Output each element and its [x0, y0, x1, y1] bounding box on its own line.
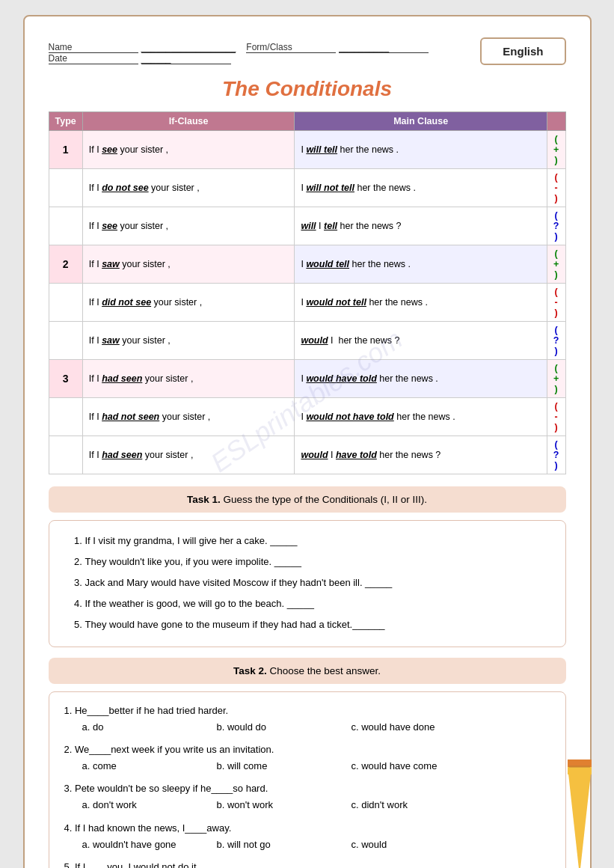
- table-type-cell: [49, 207, 82, 245]
- task1-desc: Guess the type of the Conditionals (I, I…: [221, 494, 427, 505]
- table-main-cell: I would not have told her the news .: [295, 398, 547, 436]
- table-main-cell: I will tell her the news .: [295, 131, 547, 169]
- table-if-cell: If I see your sister ,: [82, 207, 295, 245]
- task2-options: a. dob. would doc. would have done: [82, 719, 550, 736]
- table-sign-cell: ( ? ): [547, 436, 565, 474]
- task1-header: Task 1. Guess the type of the Conditiona…: [49, 486, 566, 513]
- task2-option: c. would: [351, 837, 486, 853]
- table-type-cell: [49, 284, 82, 322]
- table-sign-cell: ( + ): [547, 131, 565, 169]
- col-sign: [547, 112, 565, 131]
- pencil-decoration: [562, 760, 598, 868]
- table-sign-cell: ( - ): [547, 284, 565, 322]
- task1-item: They would have gone to the museum if th…: [85, 615, 544, 635]
- task2-header: Task 2. Choose the best answer.: [49, 658, 566, 684]
- table-type-cell: [49, 169, 82, 207]
- table-if-cell: If I do not see your sister ,: [82, 169, 295, 207]
- task2-option: b. will come: [217, 758, 351, 774]
- task2-option: b. would do: [217, 719, 351, 736]
- task2-option: a. don't work: [82, 797, 217, 813]
- svg-rect-5: [569, 765, 590, 768]
- table-sign-cell: ( + ): [547, 360, 565, 398]
- table-main-cell: would I her the news ?: [295, 322, 547, 360]
- task1-item: They wouldn't like you, if you were impo…: [85, 552, 544, 572]
- task2-question-text: 1. He____better if he had tried harder.: [64, 703, 550, 719]
- table-main-cell: I will not tell her the news .: [295, 169, 547, 207]
- task2-option: b. will not go: [217, 837, 351, 853]
- conditionals-table: Type If-Clause Main Clause 1If I see you…: [49, 111, 566, 474]
- task2-option: a. do: [82, 719, 217, 736]
- task2-options: a. comeb. will comec. would have come: [82, 758, 550, 774]
- task2-question-text: 3. Pete wouldn't be so sleepy if he____s…: [64, 780, 550, 797]
- header-fields: Name___________________ Form/Class______…: [49, 37, 481, 64]
- table-if-cell: If I saw your sister ,: [82, 322, 295, 360]
- name-label: Name: [49, 42, 138, 53]
- table-type-cell: [49, 436, 82, 474]
- table-if-cell: If I had seen your sister ,: [82, 360, 295, 398]
- table-type-cell: 3: [49, 360, 82, 398]
- task2-question: 5. If I____you, I would not do it.a. I a…: [64, 859, 550, 868]
- task1-list: If I visit my grandma, I will give her a…: [70, 531, 544, 635]
- task2-option: a. wouldn't have gone: [82, 837, 217, 853]
- formclass-line: __________: [339, 42, 429, 53]
- table-type-cell: 1: [49, 131, 82, 169]
- task2-option: c. would have come: [351, 758, 486, 774]
- col-if-clause: If-Clause: [82, 112, 295, 131]
- date-label: Date: [49, 53, 138, 64]
- col-main-clause: Main Clause: [295, 112, 547, 131]
- task2-question: 4. If I had known the news, I____away.a.…: [64, 820, 550, 853]
- table-main-cell: I would tell her the news .: [295, 245, 547, 284]
- table-sign-cell: ( - ): [547, 169, 565, 207]
- task2-question: 2. We____next week if you write us an in…: [64, 742, 550, 774]
- table-if-cell: If I saw your sister ,: [82, 245, 295, 284]
- header-row: Name___________________ Form/Class______…: [49, 37, 566, 65]
- page: ESLprintables.com Name__________________…: [23, 15, 592, 868]
- formclass-label: Form/Class: [246, 42, 336, 53]
- task2-question: 1. He____better if he had tried harder.a…: [64, 703, 550, 736]
- table-type-cell: 2: [49, 245, 82, 284]
- task2-options: a. don't workb. won't workc. didn't work: [82, 797, 550, 813]
- table-if-cell: If I had seen your sister ,: [82, 436, 295, 474]
- task2-option: c. didn't work: [351, 797, 486, 813]
- svg-marker-0: [568, 767, 592, 868]
- table-if-cell: If I had not seen your sister ,: [82, 398, 295, 436]
- table-main-cell: I would have told her the news .: [295, 360, 547, 398]
- table-main-cell: would I have told her the news ?: [295, 436, 547, 474]
- table-main-cell: will I tell her the news ?: [295, 207, 547, 245]
- task2-option: c. would have done: [351, 719, 486, 736]
- task1-content: If I visit my grandma, I will give her a…: [49, 520, 566, 647]
- table-if-cell: If I did not see your sister ,: [82, 284, 295, 322]
- task2-option: b. won't work: [217, 797, 351, 813]
- task2-question-text: 5. If I____you, I would not do it.: [64, 859, 550, 868]
- task2-question: 3. Pete wouldn't be so sleepy if he____s…: [64, 780, 550, 813]
- task2-content: 1. He____better if he had tried harder.a…: [49, 691, 566, 868]
- task2-desc: Choose the best answer.: [267, 665, 381, 676]
- task2-question-text: 2. We____next week if you write us an in…: [64, 742, 550, 758]
- task1-item: If the weather is good, we will go to th…: [85, 594, 544, 614]
- page-title: The Conditionals: [49, 77, 566, 101]
- task2-option: a. come: [82, 758, 217, 774]
- table-sign-cell: ( - ): [547, 398, 565, 436]
- date-line: ______: [141, 53, 231, 64]
- task2-label: Task 2.: [233, 665, 267, 676]
- table-main-cell: I would not tell her the news .: [295, 284, 547, 322]
- table-type-cell: [49, 398, 82, 436]
- task1-label: Task 1.: [187, 494, 221, 505]
- english-label: English: [503, 45, 543, 58]
- task2-options: a. wouldn't have goneb. will not goc. wo…: [82, 837, 550, 853]
- col-type: Type: [49, 112, 82, 131]
- english-box: English: [480, 37, 565, 65]
- task2-question-text: 4. If I had known the news, I____away.: [64, 820, 550, 837]
- task1-item: If I visit my grandma, I will give her a…: [85, 531, 544, 551]
- table-sign-cell: ( ? ): [547, 207, 565, 245]
- table-sign-cell: ( + ): [547, 245, 565, 284]
- table-type-cell: [49, 322, 82, 360]
- task1-item: Jack and Mary would have visited Moscow …: [85, 573, 544, 593]
- table-if-cell: If I see your sister ,: [82, 131, 295, 169]
- name-line: ___________________: [141, 42, 236, 53]
- table-sign-cell: ( ? ): [547, 322, 565, 360]
